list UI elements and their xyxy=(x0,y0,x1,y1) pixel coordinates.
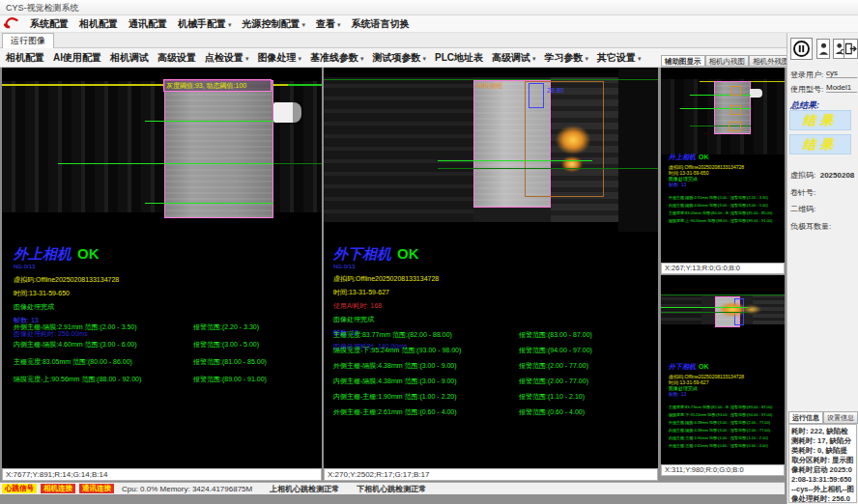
measure-value: 隔膜宽度-上:90.56mm 范围:(88.00 - 92.00) xyxy=(14,375,193,384)
pause-icon xyxy=(792,40,811,58)
alarm-range: 报警范围:(3.00 - 5.00) xyxy=(193,340,315,350)
camera-result-title: 外上相机OK xyxy=(14,245,119,264)
tool-other-settings[interactable]: 其它设置▾ xyxy=(597,51,642,65)
tool-test-params[interactable]: 测试项参数▾ xyxy=(373,51,427,65)
chevron-down-icon: ▾ xyxy=(299,55,302,62)
background-texture xyxy=(2,81,322,212)
tool-advanced-debug[interactable]: 高级调试▾ xyxy=(492,51,536,65)
tool-image-process[interactable]: 图像处理▾ xyxy=(258,51,302,65)
pin-field: 卷针号: xyxy=(790,182,815,199)
measure-line xyxy=(690,95,751,96)
tool-camera-config[interactable]: 相机配置 xyxy=(6,51,44,65)
user-button[interactable] xyxy=(816,39,830,59)
status-bar: 心跳信号 相机连接 通讯连接 Cpu: 0.0% Memory: 3424.41… xyxy=(0,482,785,494)
camera-result-title: 外下相机OK xyxy=(669,362,783,372)
login-user-value[interactable]: cys xyxy=(826,69,857,78)
preview-upper-coords: X:267;Y:13;R:0;G:0;B:0 xyxy=(661,263,785,274)
comm-link-badge: 通讯连接 xyxy=(79,484,114,493)
tool-baseline-params[interactable]: 基准线参数▾ xyxy=(310,51,364,65)
tool-camera-debug[interactable]: 相机调试 xyxy=(110,51,149,65)
app-window: CYS-视觉检测系统 系统配置 相机配置 通讯配置 机械手配置▾ 光源控制配置▾… xyxy=(0,0,858,504)
alarm-range: 报警范围:(1.10 - 2.10) xyxy=(519,392,652,402)
menu-light-config[interactable]: 光源控制配置▾ xyxy=(243,17,306,31)
done-text: 图像处理完成 xyxy=(333,315,439,324)
pause-button[interactable] xyxy=(790,38,813,60)
tab-aux-image[interactable]: 辅助图显示 xyxy=(661,55,705,67)
alarm-range: 报警范围:(81.00 - 85.00) xyxy=(193,357,315,367)
measure-line xyxy=(661,307,748,308)
user-icon xyxy=(818,42,829,56)
connector-object xyxy=(273,102,301,123)
chevron-down-icon: ▾ xyxy=(360,55,364,62)
machine-texture-left xyxy=(661,295,701,324)
menu-bar: 系统配置 相机配置 通讯配置 机械手配置▾ 光源控制配置▾ 查看▾ 系统语言切换 xyxy=(0,15,858,33)
chevron-down-icon: ▾ xyxy=(228,21,232,28)
result-badge-lower: 结果 xyxy=(789,134,851,154)
roi-box xyxy=(730,105,741,115)
machine-dark-column xyxy=(618,68,658,232)
alarm-range: 报警范围:(83.00 - 87.00) xyxy=(519,330,652,340)
preview-upper-camera[interactable]: 外上相机OK 虚拟码:Offline20250208133134728 时间:1… xyxy=(661,68,785,263)
measurement-list: 主栅宽度:83.77mm 范围:(82.00 - 88.00)报警范围:(83.… xyxy=(669,405,783,448)
info-tab-strip: 运行信息 设置信息 错误信息 xyxy=(788,411,858,424)
title-bar: CYS-视觉检测系统 xyxy=(0,0,858,15)
frame-count: 帧数: 13 xyxy=(669,391,783,397)
run-log[interactable]: 耗时: 222, 缺陷检测耗时: 17, 缺陷分类耗时: 0, 缺陷提取分区耗时… xyxy=(788,424,857,503)
chevron-down-icon: ▾ xyxy=(423,55,427,62)
tab-inner-residual[interactable]: 相机内残图 xyxy=(705,55,750,67)
tool-spot-check[interactable]: 点检设置▾ xyxy=(205,51,249,65)
reference-line-green xyxy=(288,84,322,86)
ai-time-text: 使用AI耗时: 168 xyxy=(333,301,439,311)
chevron-down-icon: ▾ xyxy=(245,55,249,62)
measure-line xyxy=(145,121,273,122)
measure-value: 内侧主栅-主栅:1.90mm 范围:(1.00 - 2.20) xyxy=(333,392,519,402)
measure-line xyxy=(273,163,322,164)
logout-icon xyxy=(844,42,857,56)
model-value[interactable]: Model1 xyxy=(826,83,857,93)
threshold-label-box: 灰度阈值:93, 动态阈值:100 xyxy=(163,79,272,92)
model-label: 使用型号: xyxy=(790,84,823,95)
measure-value: 主栅宽度:83.77mm 范围:(82.00 - 88.00) xyxy=(333,330,519,340)
measure-value: 主栅宽度:83.05mm 范围:(80.00 - 86.00) xyxy=(14,357,193,367)
window-title: CYS-视觉检测系统 xyxy=(6,3,79,13)
cpu-memory-text: Cpu: 0.0% Memory: 3424.41796875M xyxy=(122,485,252,493)
preview-tab-strip: 辅助图显示 相机内残图 相机外残图 xyxy=(661,55,793,67)
camera-result-title: 外上相机OK xyxy=(669,153,783,162)
weld-glow-small xyxy=(561,156,583,172)
tool-ai-config[interactable]: AI使用配置 xyxy=(53,51,101,65)
roi-box xyxy=(730,86,741,96)
tool-advanced-settings[interactable]: 高级设置 xyxy=(157,51,196,65)
preview-lower-camera[interactable]: 外下相机OK 虚拟码:Offline20250208133134728 时间:1… xyxy=(661,275,785,464)
measure-line xyxy=(438,168,658,169)
barcode-field: 虚拟码: 20250208 xyxy=(790,164,854,182)
upper-camera-coords: X:7677;Y:891;R:14;G:14;B:14 xyxy=(2,468,322,481)
menu-system-config[interactable]: 系统配置 xyxy=(30,17,69,31)
barcode-text: 虚拟码:Offline20250208133134728 xyxy=(14,275,119,285)
tab-run-image[interactable]: 运行图像 xyxy=(2,33,54,48)
tab-setting-info[interactable]: 设置信息 xyxy=(823,411,858,424)
logout-button[interactable] xyxy=(844,39,858,59)
alarm-range: 报警范围:(94.00 - 97.00) xyxy=(519,346,652,355)
ai-measure-value: 28.80 xyxy=(547,87,564,94)
ok-status: OK xyxy=(397,245,419,262)
upper-camera-view[interactable]: 灰度阈值:93, 动态阈值:100 外上相机OK NG:0/13 虚拟码:Off… xyxy=(2,68,322,468)
tool-learn-params[interactable]: 学习参数▾ xyxy=(545,51,589,65)
menu-language-switch[interactable]: 系统语言切换 xyxy=(352,17,410,31)
menu-camera-config[interactable]: 相机配置 xyxy=(79,17,118,31)
measure-value: 内侧主栅-隔膜:4.38mm 范围:(3.00 - 9.00) xyxy=(333,377,519,386)
tab-run-info[interactable]: 运行信息 xyxy=(788,411,823,424)
measure-value: 隔膜宽度-下:95.24mm 范围:(93.00 - 98.00) xyxy=(333,346,519,355)
barcode-value: 20250208 xyxy=(820,171,855,180)
lower-camera-view[interactable]: 28.80 AI检测框 外下相机OK NG:0/13 虚拟码:Offline20… xyxy=(324,68,658,468)
reference-line-yellow xyxy=(2,84,322,86)
measure-value: 内侧主栅-隔膜:4.60mm 范围:(3.00 - 6.00) xyxy=(14,340,193,350)
measure-value: 外侧主栅-隔膜:2.91mm 范围:(2.00 - 3.50) xyxy=(14,322,193,332)
time-text: 时间:13-31-59-650 xyxy=(14,289,119,298)
menu-robot-config[interactable]: 机械手配置▾ xyxy=(178,17,232,31)
tool-plc-address[interactable]: PLC地址表 xyxy=(435,51,483,65)
weld-glow xyxy=(556,126,590,154)
menu-comm-config[interactable]: 通讯配置 xyxy=(129,17,167,31)
menu-view[interactable]: 查看▾ xyxy=(316,17,341,31)
chevron-down-icon: ▾ xyxy=(302,21,306,28)
ng-counter: NG:0/13 xyxy=(333,264,439,269)
